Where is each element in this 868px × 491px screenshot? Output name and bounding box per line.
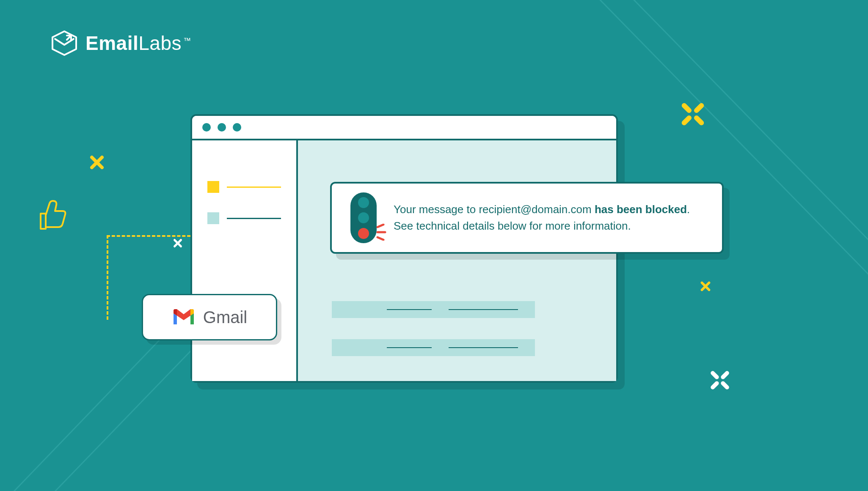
spark-icon — [87, 152, 107, 173]
traffic-light-dot-red — [358, 228, 369, 239]
window-dot — [233, 123, 241, 132]
brand-logo: EmailLabs™ — [51, 30, 191, 57]
error-message: Your message to recipient@domain.com has… — [394, 201, 690, 234]
svg-line-6 — [378, 225, 383, 227]
error-line1-pre: Your message to — [394, 203, 479, 216]
svg-line-8 — [378, 237, 383, 240]
window-titlebar — [192, 116, 616, 140]
svg-line-16 — [697, 118, 702, 123]
traffic-light-dot — [358, 212, 369, 223]
traffic-light-dot — [358, 197, 369, 208]
sidebar-line — [227, 187, 281, 188]
svg-line-0 — [0, 330, 169, 491]
placeholder-line — [449, 347, 518, 348]
placeholder-line — [387, 309, 432, 310]
gmail-label: Gmail — [203, 308, 247, 327]
traffic-light-icon — [350, 192, 377, 243]
error-line2: See technical details below for more inf… — [394, 219, 631, 232]
brand-logo-icon — [51, 30, 78, 57]
error-recipient: recipient@domain.com — [479, 203, 591, 216]
brand-name-light: Labs — [138, 32, 182, 54]
sidebar — [192, 140, 298, 381]
sidebar-marker-mint — [207, 212, 219, 224]
error-notification: Your message to recipient@domain.com has… — [330, 182, 724, 254]
alert-emit-icon — [376, 224, 388, 241]
gmail-badge: Gmail — [142, 294, 277, 340]
error-blocked: has been blocked — [592, 203, 687, 216]
sidebar-marker-yellow — [207, 181, 219, 193]
svg-line-13 — [684, 106, 689, 111]
sidebar-item — [207, 212, 281, 224]
svg-marker-4 — [52, 31, 76, 55]
spark-icon — [698, 279, 713, 294]
svg-line-19 — [713, 373, 717, 377]
svg-line-3 — [601, 0, 868, 330]
window-content — [298, 140, 616, 381]
brand-tm: ™ — [183, 36, 191, 45]
window-dot — [218, 123, 226, 132]
sidebar-item — [207, 181, 281, 193]
placeholder-line — [449, 309, 518, 310]
spark-burst-icon — [708, 368, 732, 392]
placeholder-line — [387, 347, 432, 348]
brand-logo-text: EmailLabs™ — [85, 32, 191, 55]
error-line1-tail: . — [687, 203, 690, 216]
thumbs-up-icon — [34, 197, 70, 233]
brand-name-strong: Email — [85, 32, 138, 54]
spark-burst-icon — [678, 99, 708, 129]
svg-line-20 — [723, 373, 727, 377]
window-body — [192, 140, 616, 381]
svg-line-1 — [0, 347, 195, 491]
svg-line-21 — [713, 383, 717, 387]
svg-line-22 — [723, 383, 727, 387]
svg-line-14 — [697, 106, 702, 111]
spark-icon — [171, 237, 184, 250]
sidebar-line — [227, 218, 281, 219]
content-placeholder-row — [332, 339, 535, 356]
svg-line-15 — [684, 118, 689, 123]
window-dot — [202, 123, 211, 132]
content-placeholder-row — [332, 301, 535, 318]
gmail-icon — [172, 308, 196, 326]
